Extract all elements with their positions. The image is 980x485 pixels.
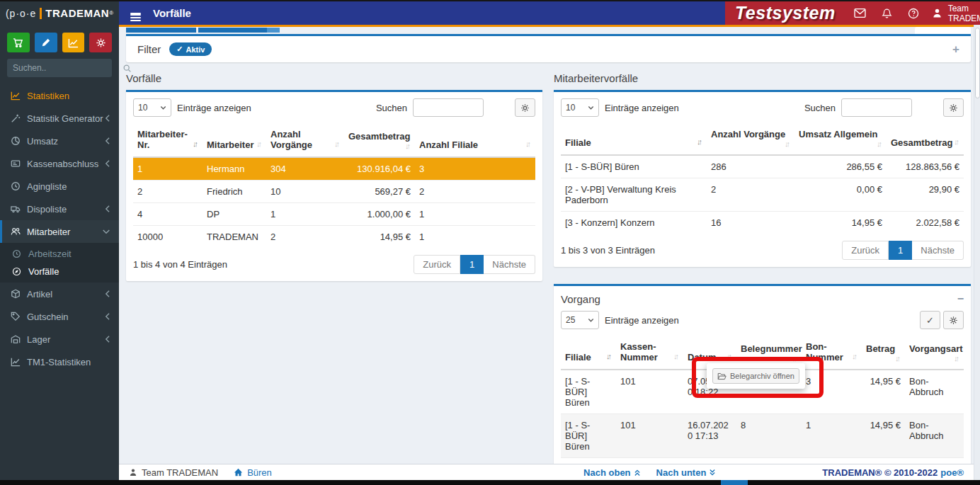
environment-name: Testsystem xyxy=(735,3,836,23)
brand-prefix: (p·o·e xyxy=(6,8,36,19)
page-number-button[interactable]: 1 xyxy=(460,255,484,274)
sidebar-item-label: Statistiken xyxy=(27,91,69,101)
sidebar-item-lager[interactable]: Lager xyxy=(0,328,119,350)
footer-location-link[interactable]: Büren xyxy=(234,467,272,478)
table-search-input[interactable] xyxy=(841,98,912,117)
sidebar-item-statistiken[interactable]: Statistiken xyxy=(0,84,119,107)
chevron-left-icon xyxy=(104,205,110,213)
column-header[interactable]: Filiale↓↑ xyxy=(561,122,707,155)
column-header[interactable]: Filiale↓↑ xyxy=(561,335,616,370)
table-row[interactable]: [3 - Konzern] Konzern1614,95 €2.022,58 € xyxy=(561,212,964,234)
sidebar-item-statistik-generator[interactable]: Statistik Generator xyxy=(0,107,119,130)
cart-button[interactable] xyxy=(7,33,30,52)
table-settings-button[interactable] xyxy=(515,98,535,117)
table-info: 1 bis 3 von 3 Einträgen xyxy=(561,245,655,256)
sort-icon: ↓↑ xyxy=(193,139,198,148)
open-receipt-archive-button[interactable]: Belegarchiv öffnen xyxy=(712,368,799,384)
sidebar-item-label: Agingliste xyxy=(27,181,67,192)
table-row[interactable]: 2Friedrich10569,27 €2 xyxy=(133,181,535,203)
sidebar-item-gutschein[interactable]: Gutschein xyxy=(0,305,119,328)
table-settings-button[interactable] xyxy=(943,311,964,329)
sidebar-item-umsatz[interactable]: Umsatz xyxy=(0,130,119,152)
table-row[interactable]: [2 - V-PB] Verwaltung Kreis Paderborn20,… xyxy=(561,178,964,212)
vorfaelle-panel: 10 Einträge anzeigen Suchen Mitarbeiter-… xyxy=(126,90,542,281)
column-header[interactable]: Mitarbeiter-Nr.↓↑ xyxy=(133,122,203,157)
table-row[interactable]: [1 - S-BÜR] Büren10116.07.2020 17:138114… xyxy=(561,414,964,458)
column-header[interactable]: Anzahl Filiale↓↑ xyxy=(415,122,535,157)
table-cell: 14,95 € xyxy=(862,370,905,414)
quick-buttons xyxy=(7,33,112,52)
scroll-to-top-link[interactable]: Nach oben xyxy=(583,467,640,478)
footer: Team TRADEMAN Büren Nach oben Nach unten… xyxy=(119,464,974,480)
sidebar-item-arbeitszeit[interactable]: Arbeitszeit xyxy=(0,245,119,263)
tab-remnant-1[interactable] xyxy=(126,28,196,33)
vendor-link[interactable]: poe® xyxy=(940,467,964,478)
sidebar-toggle-button[interactable] xyxy=(119,1,152,25)
confirm-button[interactable]: ✓ xyxy=(920,311,940,329)
pencil-button[interactable] xyxy=(35,33,57,52)
table-row[interactable]: [1 - S-BÜR] Büren286286,55 €128.863,56 € xyxy=(561,155,964,178)
tab-remnant-3[interactable] xyxy=(267,28,280,33)
column-header[interactable]: Gesamtbetrag↓↑ xyxy=(344,122,415,157)
table-settings-button[interactable] xyxy=(943,98,964,117)
table-cell: 1 xyxy=(266,203,344,226)
envelope-icon[interactable] xyxy=(854,8,866,18)
column-header[interactable]: Anzahl Vorgänge↓↑ xyxy=(707,122,794,155)
next-page-button[interactable]: Nächste xyxy=(484,255,535,274)
sidebar-item-kassenabschluss[interactable]: Kassenabschluss xyxy=(0,152,119,175)
table-cell: DP xyxy=(203,203,266,226)
sidebar-item-agingliste[interactable]: Agingliste xyxy=(0,175,119,198)
vorfaelle-footer: 1 bis 4 von 4 Einträgen Zurück 1 Nächste xyxy=(133,255,535,274)
table-row[interactable]: 4DP11.000,00 €1 xyxy=(133,203,535,226)
column-header[interactable]: Anzahl Vorgänge↓↑ xyxy=(266,122,344,157)
column-header[interactable]: Vorgangsart↓↑ xyxy=(905,335,964,370)
pagination: Zurück 1 Nächste xyxy=(414,255,535,274)
folder-open-icon xyxy=(717,372,727,380)
previous-page-button[interactable]: Zurück xyxy=(842,241,889,260)
previous-page-button[interactable]: Zurück xyxy=(414,255,460,274)
scroll-to-bottom-link[interactable]: Nach unten xyxy=(656,467,717,478)
question-circle-icon[interactable] xyxy=(908,8,919,19)
collapse-button[interactable]: − xyxy=(957,292,964,305)
table-search-input[interactable] xyxy=(413,98,484,117)
column-header[interactable]: Umsatz Allgemein↓↑ xyxy=(794,122,887,155)
user-menu[interactable]: Team TRADEMAN xyxy=(932,4,980,23)
sidebar-item-dispoliste[interactable]: Dispoliste xyxy=(0,198,119,220)
column-header[interactable]: Gesamtbetrag↓↑ xyxy=(887,122,964,155)
app-logo[interactable]: (p·o·e TRADEMAN ® xyxy=(0,1,119,25)
column-header[interactable]: Bon-Nummer↓↑ xyxy=(802,335,862,370)
table-row[interactable]: 10000TRADEMAN214,95 €1 xyxy=(133,226,535,249)
tab-remnant-2[interactable] xyxy=(198,28,267,33)
vorfaelle-table: Mitarbeiter-Nr.↓↑ Mitarbeiter↓↑ Anzahl V… xyxy=(133,122,535,248)
sidebar-item-label: Mitarbeiter xyxy=(27,227,70,237)
sidebar-item-label: Gutschein xyxy=(27,312,69,322)
sort-icon: ↓↑ xyxy=(727,352,732,360)
next-page-button[interactable]: Nächste xyxy=(912,241,964,260)
filter-expand-button[interactable]: + xyxy=(952,42,959,57)
scrollbar-thumb[interactable] xyxy=(975,28,980,98)
sidebar-item-artikel[interactable]: Artikel xyxy=(0,283,119,305)
table-cell: 101 xyxy=(616,370,683,414)
table-cell: 1 xyxy=(802,414,862,458)
page-length-select[interactable]: 10 xyxy=(133,98,171,117)
sidebar-item-mitarbeiter[interactable]: Mitarbeiter xyxy=(0,220,119,243)
sidebar-item-vorfaelle[interactable]: Vorfälle xyxy=(0,263,119,280)
page-length-select[interactable]: 10 xyxy=(561,98,599,117)
page-length-select[interactable]: 25 xyxy=(561,311,599,329)
sidebar-item-tm1-statistiken[interactable]: TM1-Statistiken xyxy=(0,350,119,373)
sidebar: (p·o·e TRADEMAN ® Statistiken Statistik … xyxy=(0,1,119,480)
settings-button[interactable] xyxy=(89,33,112,52)
column-header[interactable]: Kassen-Nummer↓↑ xyxy=(616,335,683,370)
table-row[interactable]: 1Hermann304130.916,04 €3 xyxy=(133,157,535,181)
brand-name: TRADEMAN xyxy=(45,7,109,19)
pagination: Zurück 1 Nächste xyxy=(842,241,964,260)
statistics-button[interactable] xyxy=(62,33,85,52)
column-header[interactable]: Mitarbeiter↓↑ xyxy=(203,122,266,157)
bell-icon[interactable] xyxy=(882,8,892,19)
vertical-scrollbar[interactable] xyxy=(974,25,980,480)
page-number-button[interactable]: 1 xyxy=(889,241,912,260)
column-header[interactable]: Betrag↓↑ xyxy=(862,335,905,370)
sort-icon: ↓↑ xyxy=(877,139,882,148)
table-row[interactable]: [1 - S-BÜR] Büren10116.07.2020 17:409214… xyxy=(561,458,964,464)
sidebar-search-input[interactable] xyxy=(13,63,122,73)
